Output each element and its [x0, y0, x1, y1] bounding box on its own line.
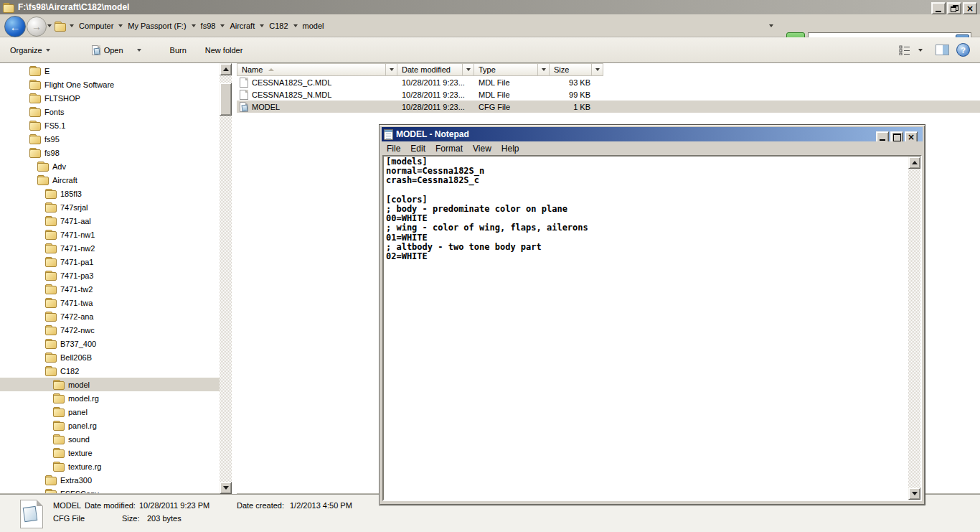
preview-pane-icon[interactable] [936, 45, 949, 55]
back-button[interactable]: ← [4, 16, 26, 37]
tree-item-747srjal[interactable]: 747srjal [0, 200, 220, 214]
tree-item-fsfsconv[interactable]: FSFSConv [0, 487, 220, 494]
breadcrumb-arrow-icon[interactable] [118, 24, 123, 27]
folder-icon [45, 202, 57, 212]
new-folder-button[interactable]: New folder [201, 43, 248, 57]
tree-item-7471-twa[interactable]: 7471-twa [0, 296, 220, 309]
column-filter-dropdown[interactable] [537, 64, 549, 75]
tree-item-fltshop[interactable]: FLTSHOP [0, 91, 220, 105]
chevron-down-icon [466, 68, 471, 71]
tree-scroll-up-button[interactable] [220, 63, 232, 75]
tree-item-texture[interactable]: texture [0, 446, 220, 459]
breadcrumb-arrow-icon[interactable] [260, 24, 264, 27]
help-icon[interactable]: ? [956, 43, 970, 57]
file-type-cell: MDL File [474, 90, 550, 99]
notepad-text[interactable]: [models] normal=Cessna182S_n crash=Cessn… [384, 157, 908, 500]
column-header-type[interactable]: Type [474, 63, 550, 76]
tree-item-7472-ana[interactable]: 7472-ana [0, 309, 220, 323]
notepad-scroll-up-button[interactable] [908, 157, 920, 169]
tree-item-extra300[interactable]: Extra300 [0, 473, 220, 487]
file-name-cell: MODEL [237, 102, 397, 112]
tree-item-label: E [44, 67, 50, 75]
restore-icon [951, 5, 958, 12]
tree-item-flight-one-software[interactable]: Flight One Software [0, 78, 220, 91]
column-filter-dropdown[interactable] [591, 64, 603, 75]
views-icon[interactable] [899, 45, 911, 55]
column-header-label: Type [479, 65, 496, 74]
tree-item-texture-rg[interactable]: texture.rg [0, 459, 220, 473]
tree-item-fs98[interactable]: fs98 [0, 146, 220, 159]
tree-scroll-down-button[interactable] [220, 482, 232, 494]
menu-view[interactable]: View [468, 142, 496, 155]
column-header-size[interactable]: Size [550, 63, 603, 76]
tree-item-7471-pa1[interactable]: 7471-pa1 [0, 255, 220, 269]
folder-icon [45, 243, 57, 253]
menu-help[interactable]: Help [496, 142, 524, 155]
address-dropdown-icon[interactable] [769, 24, 773, 27]
menu-file[interactable]: File [382, 142, 405, 155]
tree-item-7471-tw2[interactable]: 7471-tw2 [0, 282, 220, 296]
column-header-name[interactable]: Name [237, 63, 397, 76]
notepad-icon [384, 129, 393, 140]
forward-button[interactable]: → [27, 17, 47, 37]
tree-item-b737-400[interactable]: B737_400 [0, 337, 220, 350]
breadcrumb-item-computer[interactable]: Computer [76, 22, 116, 30]
tree-scroll-track[interactable] [220, 75, 232, 482]
column-header-label: Date modified [402, 65, 451, 74]
breadcrumb-item-model[interactable]: model [300, 22, 327, 30]
breadcrumb-item-fs98[interactable]: fs98 [198, 22, 219, 30]
tree-item-bell206b[interactable]: Bell206B [0, 350, 220, 364]
restore-button[interactable] [947, 2, 961, 14]
tree-item-185fl3[interactable]: 185fl3 [0, 187, 220, 200]
open-button[interactable]: Open [88, 42, 146, 58]
tree-item-7472-nwc[interactable]: 7472-nwc [0, 323, 220, 337]
file-row-cessna182s-c-mdl[interactable]: CESSNA182S_C.MDL10/28/2011 9:23...MDL Fi… [237, 76, 980, 88]
tree-item-7471-aal[interactable]: 7471-aal [0, 214, 220, 228]
breadcrumb: ComputerMy Passport (F:)fs98AircraftC182… [55, 18, 327, 34]
breadcrumb-item-my-passport-f[interactable]: My Passport (F:) [125, 22, 189, 30]
file-name-cell: CESSNA182S_C.MDL [237, 78, 397, 88]
recent-pages-dropdown-icon[interactable] [47, 24, 52, 27]
tree-item-model[interactable]: model [0, 378, 220, 391]
tree-item-e[interactable]: E [0, 64, 220, 78]
tree-item-7471-pa3[interactable]: 7471-pa3 [0, 269, 220, 282]
minimize-button[interactable] [931, 2, 946, 14]
file-row-model[interactable]: MODEL10/28/2011 9:23...CFG File1 KB [237, 101, 980, 113]
file-name-cell: CESSNA182S_N.MDL [237, 90, 397, 100]
views-dropdown-icon[interactable] [918, 49, 923, 52]
menu-edit[interactable]: Edit [405, 142, 430, 155]
breadcrumb-item-c182[interactable]: C182 [266, 22, 291, 30]
notepad-scroll-down-button[interactable] [908, 487, 920, 500]
breadcrumb-arrow-icon[interactable] [220, 24, 225, 27]
close-button[interactable]: × [963, 2, 977, 14]
column-filter-dropdown[interactable] [462, 64, 473, 75]
menu-format[interactable]: Format [430, 142, 468, 155]
tree-item-label: FS5.1 [44, 121, 65, 130]
organize-button[interactable]: Organize [6, 43, 55, 57]
tree-item-7471-nw2[interactable]: 7471-nw2 [0, 241, 220, 255]
tree-item-label: Flight One Software [44, 80, 114, 89]
notepad-title: MODEL - Notepad [396, 129, 469, 139]
tree-item-fonts[interactable]: Fonts [0, 105, 220, 118]
tree-item-panel[interactable]: panel [0, 405, 220, 419]
breadcrumb-arrow-icon[interactable] [293, 24, 298, 27]
tree-item-adv[interactable]: Adv [0, 159, 220, 173]
breadcrumb-item-aircraft[interactable]: Aircraft [227, 22, 258, 30]
file-row-cessna182s-n-mdl[interactable]: CESSNA182S_N.MDL10/28/2011 9:23...MDL Fi… [237, 88, 980, 101]
tree-item-label: model.rg [68, 394, 99, 403]
tree-item-aircraft[interactable]: Aircraft [0, 173, 220, 187]
breadcrumb-arrow-icon[interactable] [70, 24, 74, 27]
tree-item-model-rg[interactable]: model.rg [0, 391, 220, 405]
tree-item-sound[interactable]: sound [0, 432, 220, 446]
tree-item-panel-rg[interactable]: panel.rg [0, 419, 220, 432]
burn-button[interactable]: Burn [166, 43, 191, 57]
column-filter-dropdown[interactable] [385, 64, 397, 75]
tree-item-fs95[interactable]: fs95 [0, 132, 220, 146]
tree-item-c182[interactable]: C182 [0, 364, 220, 378]
tree-scroll-thumb[interactable] [220, 83, 232, 116]
column-header-date-modified[interactable]: Date modified [397, 63, 474, 76]
breadcrumb-arrow-icon[interactable] [192, 24, 196, 27]
tree-item-7471-nw1[interactable]: 7471-nw1 [0, 228, 220, 241]
tree-item-fs5-1[interactable]: FS5.1 [0, 118, 220, 132]
details-date-modified-value: 10/28/2011 9:23 PM [139, 501, 209, 510]
